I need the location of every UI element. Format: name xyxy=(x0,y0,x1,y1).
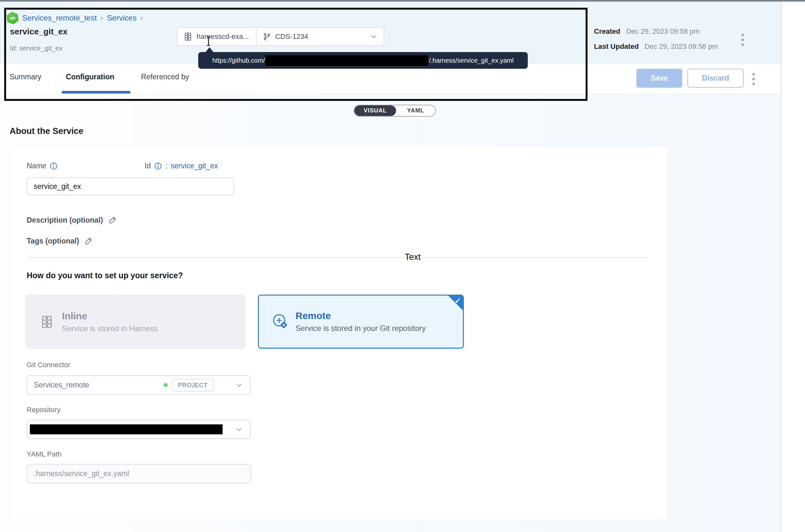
branch-name-text: CDS-1234 xyxy=(275,33,308,41)
discard-button[interactable]: Discard xyxy=(687,69,744,88)
name-label: Name xyxy=(27,162,46,170)
git-connector-value: Services_remote xyxy=(34,381,89,390)
info-icon[interactable] xyxy=(50,162,58,170)
breadcrumb: ∞ Services_remote_test › Services › xyxy=(7,12,143,24)
git-connector-select[interactable]: Services_remote PROJECT xyxy=(27,375,251,395)
created-label: Created xyxy=(594,27,620,36)
yaml-path-input[interactable] xyxy=(27,464,251,483)
inline-option-subtitle: Service is stored in Harness xyxy=(62,324,158,333)
remote-option-subtitle: Service is stored in your Git repository xyxy=(295,324,426,333)
breadcrumb-separator: › xyxy=(100,14,103,22)
id-label: Id xyxy=(145,162,151,170)
chevron-down-icon xyxy=(369,33,378,41)
tab-summary[interactable]: Summary xyxy=(9,73,41,81)
section-divider xyxy=(28,257,649,258)
id-colon: : xyxy=(166,162,167,170)
repo-name-text: harnesscd-exa... xyxy=(197,33,249,41)
page-body: VISUAL YAML About the Service Name Id xyxy=(0,94,781,532)
visual-yaml-toggle[interactable]: VISUAL YAML xyxy=(354,105,436,117)
id-field-row: Id : service_git_ex xyxy=(145,162,218,170)
repository-icon xyxy=(183,31,193,42)
tooltip-url-prefix: https://github.com/ xyxy=(212,57,265,64)
tooltip-url-suffix: /.harness/service_git_ex.yaml xyxy=(429,57,513,64)
edit-pencil-icon[interactable] xyxy=(108,215,117,225)
description-label: Description (optional) xyxy=(27,216,103,225)
yaml-path-tooltip: https://github.com//.harness/service_git… xyxy=(198,52,528,69)
description-row: Description (optional) xyxy=(27,215,117,225)
breadcrumb-separator: › xyxy=(140,14,143,22)
info-icon[interactable] xyxy=(154,162,162,170)
harness-service-icon: ∞ xyxy=(6,11,19,25)
setup-question: How do you want to set up your service? xyxy=(27,271,183,280)
remote-git-icon xyxy=(272,312,289,331)
toolbar-more-options-icon[interactable] xyxy=(752,71,755,88)
created-value: Dec 29, 2023 09:58 pm xyxy=(626,27,699,36)
window-top-strip xyxy=(0,0,805,2)
service-config-card: Name Id : service_git_ex xyxy=(9,146,668,520)
toggle-yaml-option[interactable]: YAML xyxy=(396,106,435,116)
redacted-repository-value xyxy=(30,424,223,434)
id-value-link[interactable]: service_git_ex xyxy=(171,162,218,170)
inline-option-title: Inline xyxy=(62,311,158,322)
header-more-options-icon[interactable] xyxy=(742,34,744,46)
app-root: ∞ Services_remote_test › Services › serv… xyxy=(0,2,781,532)
page-title: service_git_ex xyxy=(10,27,68,37)
remote-option-card[interactable]: ✓ Remote Service is stored in your Git r… xyxy=(258,294,464,348)
redacted-url-bar xyxy=(265,55,428,66)
branch-segment[interactable]: CDS-1234 xyxy=(263,32,308,41)
remote-option-title: Remote xyxy=(295,310,426,321)
repository-label: Repository xyxy=(27,406,60,414)
save-button[interactable]: Save xyxy=(636,69,682,88)
repository-select[interactable] xyxy=(27,420,251,439)
yaml-path-label: YAML Path xyxy=(27,450,62,458)
scope-badge: PROJECT xyxy=(172,379,214,392)
last-updated-label: Last Updated xyxy=(594,42,638,51)
active-tab-underline xyxy=(62,91,130,94)
inline-storage-icon xyxy=(39,313,54,331)
service-meta: Created Dec 29, 2023 09:58 pm Last Updat… xyxy=(594,27,718,57)
toggle-visual-option[interactable]: VISUAL xyxy=(354,106,396,116)
service-id-text: Id: service_git_ex xyxy=(10,44,62,52)
tab-referenced-by[interactable]: Referenced by xyxy=(141,73,189,81)
selector-divider xyxy=(256,27,257,45)
text-cursor-pointer xyxy=(205,36,212,46)
git-connector-label: Git Connector xyxy=(27,361,70,369)
name-input[interactable] xyxy=(27,177,234,195)
tab-configuration[interactable]: Configuration xyxy=(66,73,114,81)
tags-label: Tags (optional) xyxy=(27,237,79,245)
repo-segment[interactable]: harnesscd-exa... xyxy=(183,31,249,42)
edit-pencil-icon[interactable] xyxy=(84,236,93,245)
annotation-text: Text xyxy=(405,252,421,262)
git-branch-icon xyxy=(263,32,271,41)
tags-row: Tags (optional) xyxy=(27,236,93,245)
section-title: About the Service xyxy=(9,126,83,136)
inline-option-card[interactable]: Inline Service is stored in Harness xyxy=(25,294,246,349)
last-updated-value: Dec 29, 2023 09:58 pm xyxy=(645,42,718,51)
chevron-down-icon xyxy=(234,381,244,390)
connector-status-dot xyxy=(164,383,168,387)
chevron-down-icon xyxy=(234,425,244,434)
breadcrumb-project-link[interactable]: Services_remote_test xyxy=(22,14,97,22)
check-icon: ✓ xyxy=(455,296,461,305)
page-header: ∞ Services_remote_test › Services › serv… xyxy=(0,2,781,64)
name-field-label-row: Name xyxy=(27,162,58,170)
right-margin xyxy=(781,2,805,532)
breadcrumb-services-link[interactable]: Services xyxy=(107,14,136,22)
